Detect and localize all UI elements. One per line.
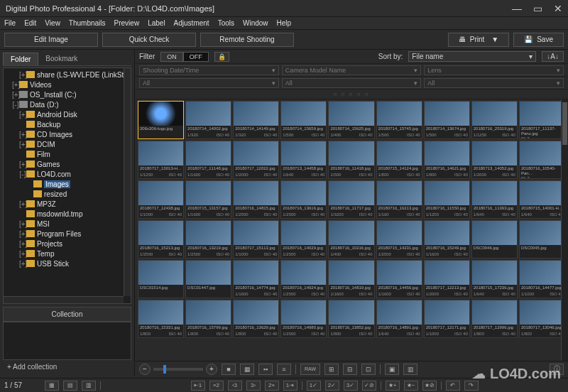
thumbnail[interactable]: 20180717_11148.jpg1/1600ISO 40	[185, 141, 231, 179]
menu-preview[interactable]: Preview	[114, 19, 140, 27]
menu-adjustment[interactable]: Adjustment	[174, 19, 209, 27]
tree-item[interactable]: [-]LO4D.com	[5, 169, 129, 179]
thumbnail[interactable]: DSC01514.jpg	[138, 260, 184, 298]
layout-c-button[interactable]: ▥	[82, 381, 96, 391]
thumbnail[interactable]: 20180716_25319.jpg1/1250ISO 40	[471, 101, 518, 139]
filter-date-value[interactable]: All▾	[139, 78, 279, 88]
thumbnail[interactable]: 20180717_15113.jpg1/1000ISO 40	[233, 220, 279, 258]
thumbnail[interactable]: 20180714_13674.jpg1/500ISO 40	[424, 101, 470, 139]
quick-check-button[interactable]: Quick Check	[102, 33, 196, 47]
check3-button[interactable]: 3✓	[344, 381, 358, 391]
print-button[interactable]: 🖶Print▼	[448, 33, 509, 47]
tree-item[interactable]: [+]Games	[5, 159, 129, 169]
rotate-ccw-button[interactable]: ↶	[446, 381, 460, 391]
thumbnail[interactable]: 20180717_12213.jpg1/2000ISO 40	[424, 260, 470, 298]
menu-window[interactable]: Window	[243, 19, 268, 27]
view-grid-button[interactable]: ▦	[240, 364, 254, 375]
nav-last-button[interactable]: 1⇥	[283, 381, 297, 391]
thumbnail[interactable]: 20180717_12171.jpg1/1000ISO 40	[424, 300, 470, 338]
tree-item[interactable]: [+]MP3Z	[5, 199, 129, 209]
filter-off-button[interactable]: OFF	[183, 52, 209, 62]
thumbnail[interactable]: 20180717_12022.jpg1/2000ISO 40	[233, 141, 279, 179]
star-up-button[interactable]: ★+	[386, 381, 400, 391]
menu-view[interactable]: View	[45, 19, 60, 27]
thumbnail[interactable]: 20180716_13219.jpg1/2500ISO 40	[185, 220, 231, 258]
thumbnail[interactable]: 20180716_11550.jpg1/1250ISO 40	[424, 180, 470, 219]
tree-item[interactable]: [+]Program Files	[5, 229, 129, 239]
check-off-button[interactable]: ✓⊘	[362, 381, 376, 391]
menu-label[interactable]: Label	[148, 19, 165, 27]
thumbnail[interactable]: 20180717_12996.jpg1/800ISO 40	[471, 300, 518, 338]
thumbnail[interactable]: 20180715_13157.jpg1/1600ISO 40	[185, 180, 231, 219]
thumbnail[interactable]: 20180716_14456.jpg1/1600ISO 40	[376, 260, 422, 298]
layout-a-button[interactable]: ▦	[45, 381, 59, 391]
layout1-button[interactable]: ⊞	[324, 364, 339, 375]
lock-icon[interactable]: 🔒	[214, 52, 229, 62]
check2-button[interactable]: 2✓	[325, 381, 339, 391]
tree-item[interactable]: [-]Data (D:)	[5, 99, 129, 109]
thumbnail[interactable]: 20180716_11418.jpg1/500ISO 40	[328, 141, 374, 179]
thumbnail[interactable]: 20180716_14980.jpg1/2500ISO 40	[280, 300, 327, 338]
thumbnail[interactable]: 20180716_14029.jpg1/2500ISO 40	[280, 220, 327, 258]
thumbnail[interactable]: 20180716_13852.jpg1/800ISO 40	[328, 300, 374, 338]
filter-on-button[interactable]: ON	[160, 52, 183, 62]
view-list-button[interactable]: ≡	[277, 364, 291, 375]
minimize-button[interactable]: —	[512, 3, 522, 14]
thumbnail[interactable]: 20180716_15249.jpg1/1600ISO 40	[424, 220, 470, 258]
tree-item[interactable]: [+]CD Images	[5, 129, 129, 139]
nav-prev2-button[interactable]: «2	[209, 381, 224, 391]
thumbnail[interactable]: 20180715_17236.jpg1/640ISO 40	[471, 260, 518, 298]
tree-item[interactable]: [+]Videos	[5, 80, 129, 89]
thumbnail[interactable]: DSC0045.jpg	[519, 220, 565, 258]
thumbnail[interactable]: 20180714_15745.jpg1/500ISO 40	[376, 101, 422, 139]
tree-item[interactable]: resized	[5, 189, 129, 199]
thumbnail[interactable]: 20180714_14002.jpg1/320ISO 40	[185, 101, 231, 139]
tree-item[interactable]: Film	[5, 149, 129, 159]
rotate-cw-button[interactable]: ↷	[464, 381, 479, 391]
tab-folder[interactable]: Folder	[3, 53, 38, 65]
thumbnail[interactable]: 20180716_14621.jpg1/800ISO 40	[424, 141, 470, 179]
nav-next-button[interactable]: 3›	[246, 381, 261, 391]
tree-hscrollbar[interactable]	[4, 296, 124, 303]
maximize-button[interactable]: ▭	[533, 3, 542, 14]
tree-item[interactable]: [+]Android Disk	[5, 109, 129, 119]
thumbnail[interactable]: 20180716_14477.jpg1/1000ISO 40	[519, 260, 565, 298]
thumbnail[interactable]: 20180716_15331.jpg1/800ISO 40	[138, 300, 184, 338]
edit-image-button[interactable]: Edit Image	[4, 33, 98, 47]
menu-thumbnails[interactable]: Thumbnails	[69, 19, 106, 27]
view-small-button[interactable]: ▪▪	[258, 364, 273, 375]
filter-lens-value[interactable]: All▾	[424, 78, 564, 88]
tree-vscrollbar[interactable]	[124, 68, 131, 296]
tab-bookmark[interactable]: Bookmark	[38, 53, 84, 65]
thumbnail[interactable]: 20180716_11717.jpg1/3200ISO 40	[328, 180, 374, 219]
panel-toggle1-button[interactable]: ▣	[385, 364, 399, 375]
thumbnail[interactable]: 20180716_13616.jpg1/2500ISO 40	[280, 180, 327, 219]
thumbnail[interactable]: 20180714_15659.jpg1/500ISO 40	[280, 101, 327, 139]
nav-prev-button[interactable]: ‹3	[228, 381, 242, 391]
thumbnail[interactable]: 20180716_11393.jpg1/640ISO 40	[471, 180, 518, 219]
thumbnail[interactable]: 20180716_13629.jpg1/800ISO 40	[233, 300, 279, 338]
zoom-out-button[interactable]: −	[139, 364, 151, 375]
thumbnail[interactable]: 20180713_14052.jpg1/2000ISO 40	[471, 141, 518, 179]
thumbnail[interactable]: 20180715_14231.jpg1/2500ISO 40	[376, 220, 422, 258]
menu-edit[interactable]: Edit	[24, 19, 36, 27]
thumbnail[interactable]: 20180717_13046.jpg1/800ISO 40	[519, 300, 565, 338]
thumbnail[interactable]: 20180716_14891.jpg1/640ISO 40	[376, 300, 422, 338]
sort-order-button[interactable]: ↓A↓	[542, 51, 564, 62]
tree-item[interactable]: msdownld.tmp	[5, 209, 129, 219]
thumbnail[interactable]: 20180717_11137-Pano.jpgf/1.7	[519, 101, 565, 139]
thumbnail[interactable]: 20180716_10540-Pan...f/1.7	[519, 141, 565, 179]
thumbnail[interactable]: 20180716_14774.jpg1/1600ISO 40	[233, 260, 279, 298]
filter-camera-select[interactable]: Camera Model Name▾	[282, 65, 422, 75]
thumbnail[interactable]: 20180715_14001-H...1/640ISO 40	[519, 180, 565, 219]
tree-item[interactable]: [+]OS_Install (C:)	[5, 89, 129, 99]
view-large-button[interactable]: ■	[222, 364, 236, 375]
menu-tools[interactable]: Tools	[218, 19, 234, 27]
menu-file[interactable]: File	[4, 19, 16, 27]
zoom-in-button[interactable]: +	[206, 364, 217, 375]
thumbnail[interactable]: 20180714_14149.jpg1/320ISO 40	[233, 101, 279, 139]
layout2-button[interactable]: ⊟	[343, 364, 357, 375]
tree-item[interactable]: Backup	[5, 119, 129, 129]
thumbnail[interactable]: 20180717_12438.jpg1/1000ISO 40	[138, 180, 184, 219]
nav-first-button[interactable]: ⇤1	[191, 381, 205, 391]
